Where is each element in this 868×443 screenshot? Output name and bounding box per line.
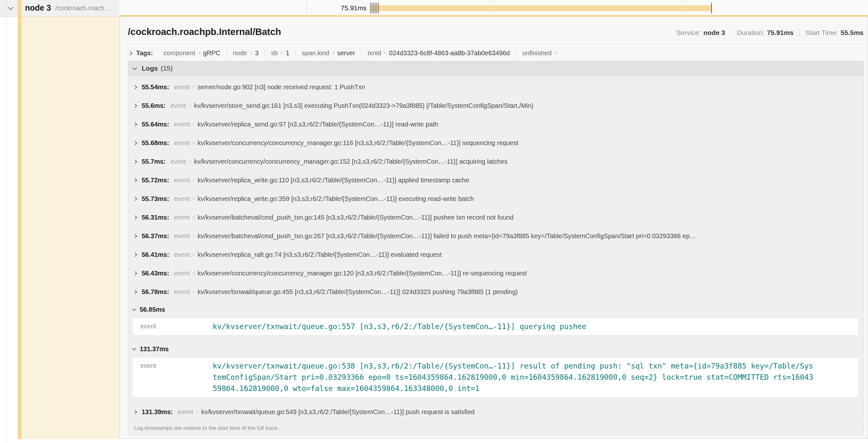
log-timestamp: 56.37ms: bbox=[142, 232, 169, 240]
logs-title: Logs bbox=[142, 65, 158, 72]
log-entry[interactable]: 56.41ms: event = kv/kvserver/replica_raf… bbox=[132, 245, 859, 264]
log-timestamp: 56.43ms: bbox=[142, 270, 169, 277]
log-field-key: event bbox=[178, 408, 193, 416]
tag-key: sb bbox=[271, 49, 278, 57]
tag-equals: = bbox=[249, 50, 253, 57]
log-entry[interactable]: 55.72ms: event = kv/kvserver/replica_wri… bbox=[132, 171, 859, 190]
tag-equals: = bbox=[554, 50, 557, 57]
span-duration-label: 75.91ms bbox=[119, 4, 367, 12]
log-timestamp: 56.31ms: bbox=[142, 214, 169, 221]
log-timestamp: 131.39ms: bbox=[142, 408, 173, 416]
log-entry[interactable]: 55.54ms: event = server/node.go:902 [n3]… bbox=[132, 78, 859, 96]
log-equals: = bbox=[192, 233, 196, 239]
span-duration-bar[interactable] bbox=[370, 5, 712, 11]
log-field-value: kv/kvserver/batcheval/cmd_push_txn.go:14… bbox=[197, 214, 514, 221]
meta-value: 75.91ms bbox=[767, 29, 794, 37]
log-equals: = bbox=[192, 121, 196, 128]
log-fields-table: event kv/kvserver/txnwait/queue.go:538 [… bbox=[132, 357, 859, 398]
log-expand-chevron-icon[interactable] bbox=[133, 215, 137, 219]
log-equals: = bbox=[192, 177, 196, 183]
log-field-value: kv/kvserver/replica_write.go:110 [n3,s3,… bbox=[197, 176, 469, 184]
span-service-name[interactable]: node 3 bbox=[25, 3, 51, 12]
tags-accordion[interactable]: Tags: component = gRPC node = 3 sb = 1 s… bbox=[128, 44, 864, 61]
tag-key: txnid bbox=[368, 49, 381, 57]
meta-divider bbox=[799, 29, 800, 37]
log-expand-chevron-icon[interactable] bbox=[133, 290, 137, 294]
tag-key: unfinished bbox=[522, 49, 552, 57]
log-entry-header[interactable]: 131.37ms bbox=[132, 341, 859, 357]
log-equals: = bbox=[188, 102, 192, 109]
log-expand-chevron-icon[interactable] bbox=[133, 122, 137, 127]
gutter-divider bbox=[6, 0, 6, 17]
meta-value: 55.5ms bbox=[841, 29, 864, 37]
log-expand-chevron-icon[interactable] bbox=[133, 410, 137, 414]
log-field-value: kv/kvserver/txnwait/queue.go:455 [n3,s3,… bbox=[197, 288, 518, 296]
log-field-key: event bbox=[174, 232, 190, 240]
log-fields-table: event kv/kvserver/txnwait/queue.go:557 [… bbox=[132, 318, 859, 336]
log-entry[interactable]: 55.73ms: event = kv/kvserver/replica_wri… bbox=[132, 190, 859, 208]
log-entry[interactable]: 55.68ms: event = kv/kvserver/concurrency… bbox=[132, 134, 859, 152]
log-field-key: event bbox=[174, 121, 190, 128]
tag-item: span.kind = server bbox=[296, 49, 362, 57]
log-equals: = bbox=[196, 409, 199, 415]
log-field-key: event bbox=[174, 270, 190, 277]
tag-item: node = 3 bbox=[226, 49, 265, 57]
page-title: /cockroach.roachpb.Internal/Batch bbox=[128, 26, 281, 37]
meta-divider bbox=[731, 29, 731, 37]
log-field-key: event bbox=[141, 321, 213, 332]
log-equals: = bbox=[192, 288, 196, 295]
log-expand-chevron-icon[interactable] bbox=[133, 178, 137, 182]
logs-accordion-header[interactable]: Logs (15) bbox=[128, 61, 864, 76]
log-timestamp: 55.72ms: bbox=[142, 176, 169, 184]
log-timestamp: 131.37ms bbox=[140, 345, 169, 353]
log-entry[interactable]: 56.78ms: event = kv/kvserver/txnwait/que… bbox=[132, 282, 859, 301]
log-field-key: event bbox=[174, 214, 190, 221]
log-expand-chevron-icon[interactable] bbox=[133, 85, 137, 89]
tag-value: gRPC bbox=[203, 49, 220, 57]
meta-label: Start Time: bbox=[805, 29, 838, 37]
log-expand-chevron-icon[interactable] bbox=[133, 141, 137, 145]
log-equals: = bbox=[192, 214, 196, 221]
log-expand-chevron-icon[interactable] bbox=[133, 160, 137, 164]
log-collapse-chevron-icon[interactable] bbox=[132, 307, 136, 311]
log-field-value: kv/kvserver/txnwait/queue.go:549 [n3,s3,… bbox=[201, 408, 474, 416]
span-operation-name[interactable]: /cockroach.roach… bbox=[55, 4, 111, 12]
log-expand-chevron-icon[interactable] bbox=[133, 234, 137, 238]
log-field-key: event bbox=[170, 102, 186, 109]
log-field-value: kv/kvserver/store_send.go:161 [n3,s3] ex… bbox=[194, 102, 534, 109]
log-entry[interactable]: 56.31ms: event = kv/kvserver/batcheval/c… bbox=[132, 208, 859, 227]
log-collapse-chevron-icon[interactable] bbox=[132, 346, 136, 350]
log-entry[interactable]: 56.37ms: event = kv/kvserver/batcheval/c… bbox=[132, 227, 859, 245]
logs-count: (15) bbox=[161, 65, 173, 72]
log-entry-expanded: 56.85ms event kv/kvserver/txnwait/queue.… bbox=[132, 301, 859, 336]
log-entry[interactable]: 55.64ms: event = kv/kvserver/replica_sen… bbox=[132, 115, 859, 134]
log-equals: = bbox=[192, 84, 196, 91]
logs-list: 55.54ms: event = server/node.go:902 [n3]… bbox=[128, 76, 864, 435]
logs-collapse-chevron-icon[interactable] bbox=[132, 66, 137, 70]
log-entry[interactable]: 56.43ms: event = kv/kvserver/concurrency… bbox=[132, 264, 859, 282]
log-field-key: event bbox=[174, 139, 190, 147]
log-expand-chevron-icon[interactable] bbox=[133, 104, 137, 108]
log-entry[interactable]: 55.7ms: event = kv/kvserver/concurrency/… bbox=[132, 152, 859, 171]
tag-key: span.kind bbox=[302, 49, 330, 57]
log-entry[interactable]: 131.39ms: event = kv/kvserver/txnwait/qu… bbox=[132, 403, 859, 421]
tag-item: component = gRPC bbox=[157, 49, 226, 57]
log-expand-chevron-icon[interactable] bbox=[133, 253, 137, 257]
log-timestamp: 55.64ms: bbox=[142, 121, 169, 128]
span-collapse-chevron-icon[interactable] bbox=[8, 5, 13, 10]
log-entry[interactable]: 55.6ms: event = kv/kvserver/store_send.g… bbox=[132, 96, 859, 115]
tag-value: server bbox=[337, 49, 355, 57]
log-field-value: server/node.go:902 [n3] node received re… bbox=[197, 83, 365, 91]
log-field-value: kv/kvserver/concurrency/concurrency_mana… bbox=[197, 139, 519, 147]
tag-value: 1 bbox=[286, 49, 289, 57]
tag-key: component bbox=[163, 49, 195, 57]
log-field-key: event bbox=[141, 361, 213, 394]
log-field-value: kv/kvserver/batcheval/cmd_push_txn.go:26… bbox=[197, 232, 696, 240]
log-expand-chevron-icon[interactable] bbox=[133, 271, 137, 275]
log-field-key: event bbox=[174, 176, 190, 184]
log-expand-chevron-icon[interactable] bbox=[133, 197, 137, 201]
log-equals: = bbox=[192, 251, 196, 258]
log-entry-header[interactable]: 56.85ms bbox=[132, 301, 859, 318]
tags-expand-chevron-icon[interactable] bbox=[128, 51, 132, 55]
span-detail-panel: /cockroach.roachpb.Internal/Batch Servic… bbox=[120, 15, 868, 439]
